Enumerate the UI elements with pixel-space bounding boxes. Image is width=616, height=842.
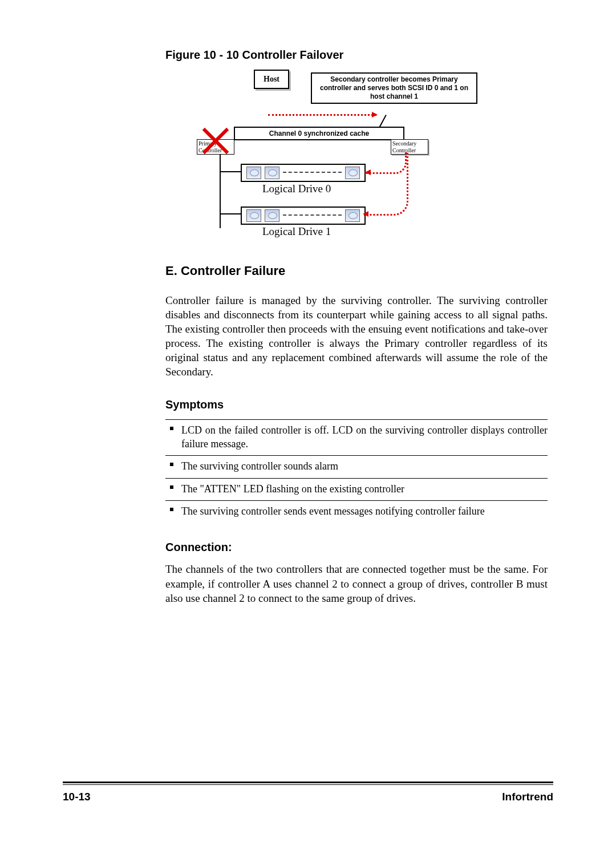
disk-icon — [265, 167, 279, 179]
page-number: 10-13 — [63, 791, 91, 803]
logical-drive-1-label: Logical Drive 1 — [262, 225, 331, 238]
logical-drive-1-box — [241, 207, 366, 225]
figure-diagram: Host Secondary controller becomes Primar… — [188, 70, 485, 246]
disk-icon — [345, 209, 360, 222]
host-box: Host — [254, 70, 289, 89]
arrow-host-to-secondary — [268, 114, 376, 116]
connection-heading: Connection: — [165, 541, 548, 554]
arrowhead-icon — [363, 211, 368, 217]
sync-cache-bar: Channel 0 synchronized cache — [234, 127, 404, 140]
logical-drive-0-label: Logical Drive 0 — [262, 183, 331, 195]
connection-paragraph: The channels of the two controllers that… — [165, 562, 548, 605]
logical-drive-0-box — [241, 164, 366, 182]
disk-icon — [246, 167, 261, 179]
symptom-item: The surviving controller sounds alarm — [165, 455, 548, 477]
symptom-item: The surviving controller sends event mes… — [165, 500, 548, 523]
symptoms-heading: Symptoms — [165, 398, 548, 411]
disk-icon — [246, 209, 261, 222]
failover-arrow-2 — [364, 152, 408, 216]
page-footer: 10-13 Infortrend — [63, 782, 553, 803]
symptom-item: LCD on the failed controller is off. LCD… — [165, 419, 548, 455]
connector-lines — [214, 138, 237, 224]
section-e-paragraph: Controller failure is managed by the sur… — [165, 293, 548, 379]
disk-icon — [345, 167, 360, 179]
symptoms-list: LCD on the failed controller is off. LCD… — [165, 419, 548, 523]
symptom-item: The "ATTEN" LED flashing on the existing… — [165, 478, 548, 500]
callout-box: Secondary controller becomes Primary con… — [311, 72, 477, 104]
disk-icon — [265, 209, 279, 222]
callout-connector — [379, 115, 387, 128]
footer-brand: Infortrend — [502, 791, 553, 803]
figure-title: Figure 10 - 10 Controller Failover — [165, 48, 548, 62]
section-e-heading: E. Controller Failure — [165, 264, 548, 278]
